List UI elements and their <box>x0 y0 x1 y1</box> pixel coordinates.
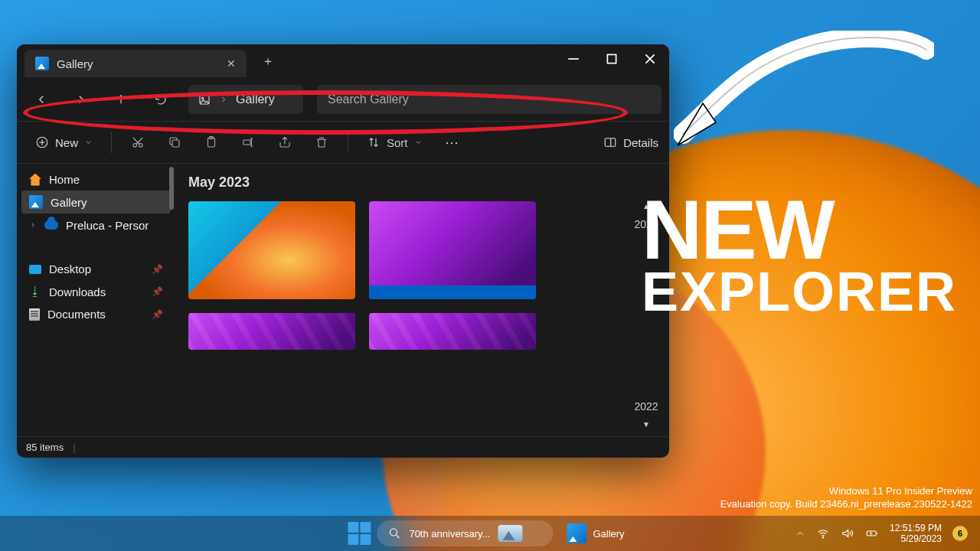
new-tab-button[interactable]: ＋ <box>256 49 280 73</box>
close-tab-icon[interactable]: ✕ <box>227 57 236 70</box>
taskbar: 70th anniversary... Gallery 12:51:59 PM … <box>0 516 980 551</box>
tray-overflow-icon[interactable] <box>795 527 805 540</box>
gallery-thumbnail[interactable] <box>369 201 536 299</box>
details-view-button[interactable]: Details <box>603 135 658 149</box>
clock-date: 5/29/2023 <box>890 533 942 544</box>
battery-icon[interactable] <box>865 527 879 540</box>
svg-rect-0 <box>607 54 616 63</box>
taskbar-app-label: Gallery <box>593 528 624 540</box>
taskbar-search[interactable]: 70th anniversary... <box>377 520 553 546</box>
search-input[interactable]: Search Gallery <box>317 85 662 114</box>
download-icon: ⭳ <box>29 285 41 298</box>
taskbar-app-gallery[interactable]: Gallery <box>559 520 632 546</box>
sidebar-scrollbar[interactable] <box>169 167 174 210</box>
sidebar-item-label: Downloads <box>49 285 106 298</box>
copy-button[interactable] <box>159 128 190 157</box>
sidebar-item-label: Documents <box>47 308 106 321</box>
weather-widget-icon <box>498 525 522 542</box>
new-label: New <box>55 136 78 149</box>
paste-button[interactable] <box>196 128 227 157</box>
tab-gallery[interactable]: Gallery ✕ <box>24 50 247 77</box>
wifi-icon[interactable] <box>816 527 830 540</box>
share-button[interactable] <box>270 128 300 157</box>
watermark-line: Windows 11 Pro Insider Preview <box>720 484 972 498</box>
sidebar-item-label: Home <box>49 173 80 186</box>
item-count: 85 items <box>26 442 64 453</box>
overlay-line1: NEW <box>642 191 957 267</box>
status-divider: | <box>73 442 75 453</box>
sidebar-item-downloads[interactable]: ⭳ Downloads 📌 <box>21 280 171 303</box>
notification-badge[interactable]: 6 <box>952 526 968 541</box>
start-button[interactable] <box>348 522 371 545</box>
sort-button[interactable]: Sort <box>359 135 430 149</box>
search-icon <box>387 527 401 540</box>
onedrive-icon <box>44 220 58 230</box>
more-button[interactable]: ⋯ <box>436 128 467 157</box>
chevron-down-icon <box>414 135 423 149</box>
overlay-line2: EXPLORER <box>642 267 957 317</box>
titlebar[interactable]: Gallery ✕ ＋ <box>17 44 669 78</box>
group-header: May 2023 <box>188 174 657 191</box>
clock-time: 12:51:59 PM <box>890 523 942 533</box>
navigation-sidebar: Home Gallery Preluca - Persor Desktop 📌 … <box>17 164 176 436</box>
gallery-thumbnail[interactable] <box>188 201 355 299</box>
timeline-year[interactable]: 2022 <box>634 400 658 412</box>
nav-toolbar: Gallery Search Gallery <box>17 78 669 121</box>
pin-icon: 📌 <box>152 286 163 297</box>
gallery-thumbnail[interactable] <box>369 313 536 350</box>
sidebar-item-gallery[interactable]: Gallery <box>21 191 171 214</box>
command-bar: New Sort ⋯ Details <box>17 121 669 164</box>
sort-icon <box>367 135 381 149</box>
volume-icon[interactable] <box>841 527 854 540</box>
svg-point-12 <box>822 537 824 539</box>
file-explorer-window: Gallery ✕ ＋ Gallery Search Gallery New <box>17 44 669 458</box>
pin-icon: 📌 <box>152 309 163 320</box>
close-button[interactable] <box>631 44 669 73</box>
sidebar-item-home[interactable]: Home <box>21 168 171 191</box>
svg-rect-10 <box>605 139 616 147</box>
svg-rect-6 <box>172 140 179 147</box>
details-icon <box>603 135 617 149</box>
timeline-down-icon[interactable]: ▼ <box>642 420 650 429</box>
refresh-button[interactable] <box>144 84 178 115</box>
svg-point-4 <box>133 144 137 148</box>
promo-overlay: NEW EXPLORER <box>642 191 957 317</box>
sidebar-item-desktop[interactable]: Desktop 📌 <box>21 258 171 280</box>
sort-label: Sort <box>387 136 408 149</box>
svg-point-2 <box>202 97 204 99</box>
address-bar[interactable]: Gallery <box>188 85 303 114</box>
chevron-down-icon <box>84 135 93 149</box>
cut-button[interactable] <box>122 128 153 157</box>
status-bar: 85 items | <box>17 436 669 458</box>
taskbar-search-text: 70th anniversary... <box>409 528 490 540</box>
annotation-arrow-icon <box>674 31 934 153</box>
new-button[interactable]: New <box>28 128 100 157</box>
sidebar-item-label: Preluca - Persor <box>66 219 149 232</box>
forward-button[interactable] <box>64 84 98 115</box>
up-button[interactable] <box>104 84 138 115</box>
plus-circle-icon <box>35 135 49 149</box>
gallery-thumbnail[interactable] <box>188 313 355 350</box>
delete-button[interactable] <box>306 128 337 157</box>
watermark-line: Evaluation copy. Build 23466.ni_prerelea… <box>720 497 972 511</box>
chevron-right-icon <box>219 93 228 106</box>
system-tray: 12:51:59 PM 5/29/2023 6 <box>795 523 980 545</box>
sidebar-item-label: Desktop <box>49 262 91 276</box>
content-area: May 2023 ▲ 2023 2022 ▼ <box>176 164 669 436</box>
home-icon <box>29 174 41 186</box>
back-button[interactable] <box>24 84 58 115</box>
chevron-right-icon <box>29 218 37 232</box>
svg-point-11 <box>390 529 397 536</box>
breadcrumb-location: Gallery <box>236 93 275 106</box>
sidebar-item-label: Gallery <box>51 196 87 209</box>
sidebar-item-documents[interactable]: Documents 📌 <box>21 303 171 325</box>
search-placeholder: Search Gallery <box>328 93 409 106</box>
desktop-icon <box>29 265 41 274</box>
rename-button[interactable] <box>233 128 263 157</box>
maximize-button[interactable] <box>593 44 631 73</box>
sidebar-item-onedrive[interactable]: Preluca - Persor <box>21 214 171 236</box>
clock[interactable]: 12:51:59 PM 5/29/2023 <box>890 523 942 545</box>
minimize-button[interactable] <box>554 44 593 73</box>
pin-icon: 📌 <box>152 264 163 275</box>
gallery-icon <box>567 523 586 543</box>
